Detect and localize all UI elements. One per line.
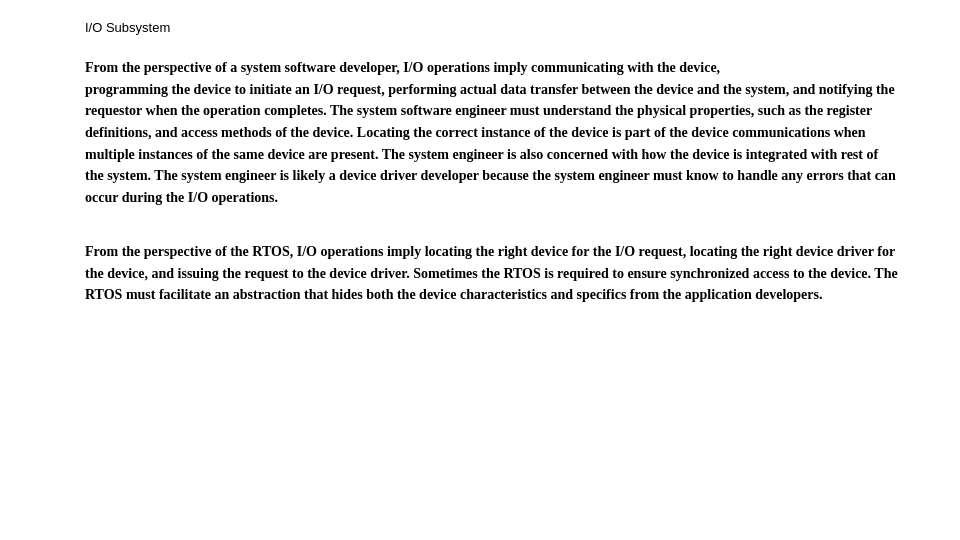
page-title: I/O Subsystem	[85, 20, 900, 35]
paragraph-1: From the perspective of a system softwar…	[85, 57, 900, 209]
paragraph-2: From the perspective of the RTOS, I/O op…	[85, 241, 900, 306]
paragraph-spacer	[85, 231, 900, 241]
page-container: I/O Subsystem From the perspective of a …	[0, 0, 960, 540]
